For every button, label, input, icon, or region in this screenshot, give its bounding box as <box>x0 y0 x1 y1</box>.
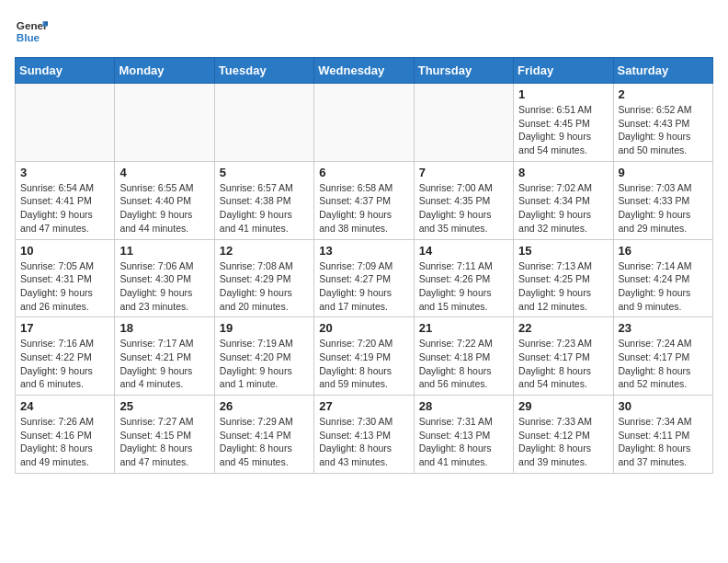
day-info: Sunrise: 7:19 AM Sunset: 4:20 PM Dayligh… <box>220 337 309 391</box>
calendar-cell: 29Sunrise: 7:33 AM Sunset: 4:12 PM Dayli… <box>514 396 613 474</box>
day-number: 20 <box>319 321 408 335</box>
day-info: Sunrise: 7:14 AM Sunset: 4:24 PM Dayligh… <box>619 259 708 314</box>
calendar-cell: 10Sunrise: 7:05 AM Sunset: 4:31 PM Dayli… <box>16 239 115 317</box>
calendar-cell: 26Sunrise: 7:29 AM Sunset: 4:14 PM Dayli… <box>214 396 313 474</box>
week-row-1: 1Sunrise: 6:51 AM Sunset: 4:45 PM Daylig… <box>16 84 713 162</box>
calendar-cell: 21Sunrise: 7:22 AM Sunset: 4:18 PM Dayli… <box>414 317 513 396</box>
day-number: 22 <box>518 321 608 335</box>
day-info: Sunrise: 7:17 AM Sunset: 4:21 PM Dayligh… <box>119 337 209 391</box>
calendar-cell: 12Sunrise: 7:08 AM Sunset: 4:29 PM Dayli… <box>214 239 313 317</box>
day-info: Sunrise: 7:16 AM Sunset: 4:22 PM Dayligh… <box>20 337 109 391</box>
calendar-cell: 2Sunrise: 6:52 AM Sunset: 4:43 PM Daylig… <box>613 84 712 162</box>
day-number: 27 <box>319 399 408 413</box>
header: General Blue <box>15 15 713 48</box>
day-info: Sunrise: 6:58 AM Sunset: 4:37 PM Dayligh… <box>319 181 408 236</box>
day-number: 13 <box>319 244 408 258</box>
day-number: 21 <box>419 321 508 335</box>
calendar-cell: 11Sunrise: 7:06 AM Sunset: 4:30 PM Dayli… <box>115 239 214 317</box>
weekday-header-saturday: Saturday <box>613 58 712 84</box>
day-number: 7 <box>419 166 508 179</box>
day-number: 16 <box>619 244 708 258</box>
day-info: Sunrise: 7:02 AM Sunset: 4:34 PM Dayligh… <box>518 181 608 236</box>
calendar-cell: 15Sunrise: 7:13 AM Sunset: 4:25 PM Dayli… <box>514 239 613 317</box>
day-number: 3 <box>20 166 109 179</box>
day-number: 19 <box>220 321 309 335</box>
day-info: Sunrise: 7:27 AM Sunset: 4:15 PM Dayligh… <box>119 415 209 469</box>
day-info: Sunrise: 6:51 AM Sunset: 4:45 PM Dayligh… <box>518 103 608 157</box>
day-info: Sunrise: 7:34 AM Sunset: 4:11 PM Dayligh… <box>619 415 708 469</box>
calendar-cell: 27Sunrise: 7:30 AM Sunset: 4:13 PM Dayli… <box>314 396 414 474</box>
calendar-cell: 5Sunrise: 6:57 AM Sunset: 4:38 PM Daylig… <box>214 161 313 239</box>
calendar-cell: 19Sunrise: 7:19 AM Sunset: 4:20 PM Dayli… <box>214 317 313 396</box>
weekday-header-friday: Friday <box>514 58 613 84</box>
day-info: Sunrise: 7:06 AM Sunset: 4:30 PM Dayligh… <box>119 259 209 314</box>
weekday-header-tuesday: Tuesday <box>214 58 313 84</box>
day-number: 18 <box>119 321 209 335</box>
calendar-cell <box>314 84 414 162</box>
day-number: 23 <box>619 321 708 335</box>
day-info: Sunrise: 7:23 AM Sunset: 4:17 PM Dayligh… <box>518 337 608 391</box>
calendar-cell <box>214 84 313 162</box>
day-info: Sunrise: 7:26 AM Sunset: 4:16 PM Dayligh… <box>20 415 109 469</box>
week-row-4: 17Sunrise: 7:16 AM Sunset: 4:22 PM Dayli… <box>16 317 713 396</box>
day-info: Sunrise: 7:31 AM Sunset: 4:13 PM Dayligh… <box>419 415 508 469</box>
day-info: Sunrise: 7:09 AM Sunset: 4:27 PM Dayligh… <box>319 259 408 314</box>
day-info: Sunrise: 7:22 AM Sunset: 4:18 PM Dayligh… <box>419 337 508 391</box>
calendar-cell <box>115 84 214 162</box>
calendar-cell: 3Sunrise: 6:54 AM Sunset: 4:41 PM Daylig… <box>16 161 115 239</box>
calendar-cell: 23Sunrise: 7:24 AM Sunset: 4:17 PM Dayli… <box>613 317 712 396</box>
logo-icon: General Blue <box>15 15 48 48</box>
day-number: 17 <box>20 321 109 335</box>
day-info: Sunrise: 7:11 AM Sunset: 4:26 PM Dayligh… <box>419 259 508 314</box>
day-info: Sunrise: 7:03 AM Sunset: 4:33 PM Dayligh… <box>619 181 708 236</box>
calendar-cell: 28Sunrise: 7:31 AM Sunset: 4:13 PM Dayli… <box>414 396 513 474</box>
day-number: 4 <box>119 166 209 179</box>
calendar-cell: 24Sunrise: 7:26 AM Sunset: 4:16 PM Dayli… <box>16 396 115 474</box>
weekday-header-row: SundayMondayTuesdayWednesdayThursdayFrid… <box>16 58 713 84</box>
day-number: 28 <box>419 399 508 413</box>
day-number: 8 <box>518 166 608 179</box>
calendar-cell: 30Sunrise: 7:34 AM Sunset: 4:11 PM Dayli… <box>613 396 712 474</box>
day-info: Sunrise: 6:57 AM Sunset: 4:38 PM Dayligh… <box>220 181 309 236</box>
day-info: Sunrise: 6:52 AM Sunset: 4:43 PM Dayligh… <box>619 103 708 157</box>
day-number: 1 <box>518 87 608 101</box>
day-info: Sunrise: 6:55 AM Sunset: 4:40 PM Dayligh… <box>119 181 209 236</box>
weekday-header-sunday: Sunday <box>16 58 115 84</box>
day-number: 15 <box>518 244 608 258</box>
day-info: Sunrise: 7:33 AM Sunset: 4:12 PM Dayligh… <box>518 415 608 469</box>
day-number: 25 <box>119 399 209 413</box>
day-number: 24 <box>20 399 109 413</box>
day-number: 9 <box>619 166 708 179</box>
calendar-cell <box>16 84 115 162</box>
day-info: Sunrise: 7:08 AM Sunset: 4:29 PM Dayligh… <box>220 259 309 314</box>
week-row-3: 10Sunrise: 7:05 AM Sunset: 4:31 PM Dayli… <box>16 239 713 317</box>
day-info: Sunrise: 7:05 AM Sunset: 4:31 PM Dayligh… <box>20 259 109 314</box>
weekday-header-thursday: Thursday <box>414 58 513 84</box>
week-row-5: 24Sunrise: 7:26 AM Sunset: 4:16 PM Dayli… <box>16 396 713 474</box>
calendar-cell: 14Sunrise: 7:11 AM Sunset: 4:26 PM Dayli… <box>414 239 513 317</box>
day-number: 29 <box>518 399 608 413</box>
day-info: Sunrise: 7:20 AM Sunset: 4:19 PM Dayligh… <box>319 337 408 391</box>
day-number: 12 <box>220 244 309 258</box>
day-number: 2 <box>619 87 708 101</box>
calendar-cell: 22Sunrise: 7:23 AM Sunset: 4:17 PM Dayli… <box>514 317 613 396</box>
day-number: 14 <box>419 244 508 258</box>
calendar-cell: 17Sunrise: 7:16 AM Sunset: 4:22 PM Dayli… <box>16 317 115 396</box>
calendar-cell: 20Sunrise: 7:20 AM Sunset: 4:19 PM Dayli… <box>314 317 414 396</box>
calendar-cell: 1Sunrise: 6:51 AM Sunset: 4:45 PM Daylig… <box>514 84 613 162</box>
calendar-cell: 8Sunrise: 7:02 AM Sunset: 4:34 PM Daylig… <box>514 161 613 239</box>
calendar-cell: 25Sunrise: 7:27 AM Sunset: 4:15 PM Dayli… <box>115 396 214 474</box>
day-number: 5 <box>220 166 309 179</box>
day-info: Sunrise: 7:00 AM Sunset: 4:35 PM Dayligh… <box>419 181 508 236</box>
day-info: Sunrise: 6:54 AM Sunset: 4:41 PM Dayligh… <box>20 181 109 236</box>
logo: General Blue <box>15 15 48 48</box>
calendar-cell <box>414 84 513 162</box>
weekday-header-monday: Monday <box>115 58 214 84</box>
weekday-header-wednesday: Wednesday <box>314 58 414 84</box>
day-number: 30 <box>619 399 708 413</box>
day-number: 10 <box>20 244 109 258</box>
day-info: Sunrise: 7:13 AM Sunset: 4:25 PM Dayligh… <box>518 259 608 314</box>
week-row-2: 3Sunrise: 6:54 AM Sunset: 4:41 PM Daylig… <box>16 161 713 239</box>
calendar-table: SundayMondayTuesdayWednesdayThursdayFrid… <box>15 57 713 474</box>
svg-text:Blue: Blue <box>17 31 40 43</box>
